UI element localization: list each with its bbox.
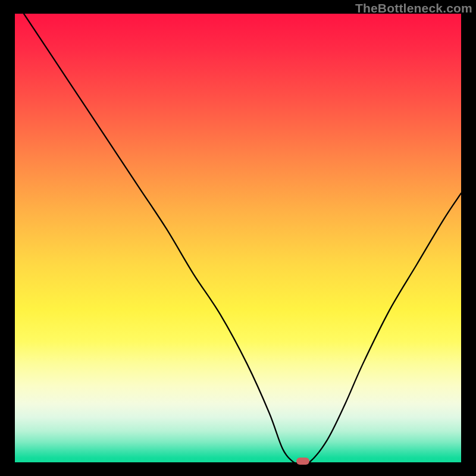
- chart-frame: TheBottleneck.com: [0, 0, 476, 476]
- bottleneck-curve: [15, 14, 461, 462]
- optimal-point-marker: [296, 458, 309, 465]
- plot-area: [15, 14, 461, 462]
